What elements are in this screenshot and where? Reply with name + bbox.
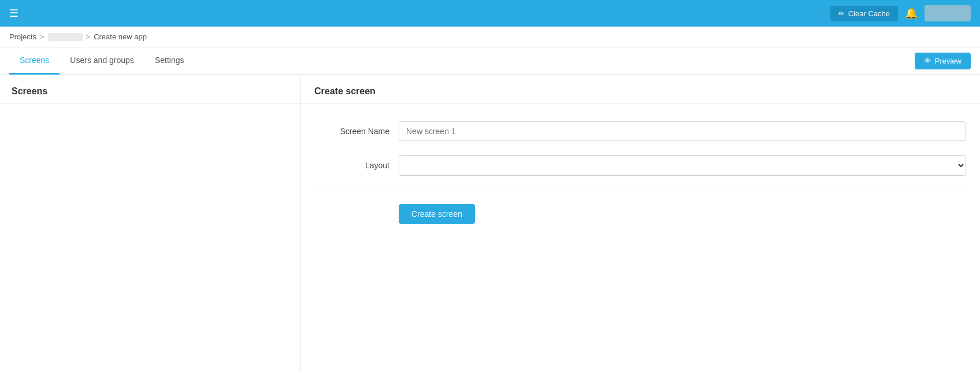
layout-label: Layout	[314, 161, 389, 170]
create-screen-title: Create screen	[300, 75, 980, 104]
clear-cache-label: Clear Cache	[848, 9, 890, 18]
tabs-bar: Screens Users and groups Settings 👁 Prev…	[0, 47, 980, 75]
topnav-left: ☰	[9, 7, 18, 20]
screen-name-row: Screen Name	[314, 121, 966, 141]
tab-settings[interactable]: Settings	[144, 47, 195, 75]
main-content: Screens Create screen Screen Name Layout…	[0, 75, 980, 373]
create-screen-button[interactable]: Create screen	[399, 204, 475, 224]
top-navigation: ☰ ✏ Clear Cache 🔔	[0, 0, 980, 27]
form-divider	[314, 190, 966, 190]
create-screen-form: Screen Name Layout Blank Single Column T…	[300, 104, 980, 241]
create-screen-panel: Create screen Screen Name Layout Blank S…	[300, 75, 980, 373]
breadcrumb: Projects > > Create new app	[0, 27, 980, 47]
screen-name-label: Screen Name	[314, 127, 389, 136]
eye-icon: 👁	[924, 57, 931, 65]
breadcrumb-app-name	[48, 33, 83, 41]
screen-name-input[interactable]	[399, 121, 966, 141]
breadcrumb-separator: >	[40, 32, 44, 41]
breadcrumb-projects[interactable]: Projects	[9, 32, 36, 41]
tab-users-and-groups[interactable]: Users and groups	[60, 47, 144, 75]
preview-button[interactable]: 👁 Preview	[915, 53, 971, 69]
pencil-icon: ✏	[838, 9, 845, 18]
tab-screens[interactable]: Screens	[9, 47, 60, 75]
tabs-list: Screens Users and groups Settings	[9, 47, 194, 74]
breadcrumb-separator2: >	[86, 32, 91, 41]
preview-label: Preview	[935, 57, 962, 65]
layout-select[interactable]: Blank Single Column Two Column	[399, 155, 966, 176]
topnav-right: ✏ Clear Cache 🔔	[830, 5, 971, 21]
clear-cache-button[interactable]: ✏ Clear Cache	[830, 6, 898, 21]
layout-row: Layout Blank Single Column Two Column	[314, 155, 966, 176]
hamburger-icon[interactable]: ☰	[9, 7, 18, 20]
screens-panel: Screens	[0, 75, 300, 373]
breadcrumb-current-page: Create new app	[94, 32, 147, 41]
user-avatar[interactable]	[925, 5, 971, 21]
screens-panel-title: Screens	[0, 75, 300, 104]
bell-icon[interactable]: 🔔	[905, 7, 918, 20]
